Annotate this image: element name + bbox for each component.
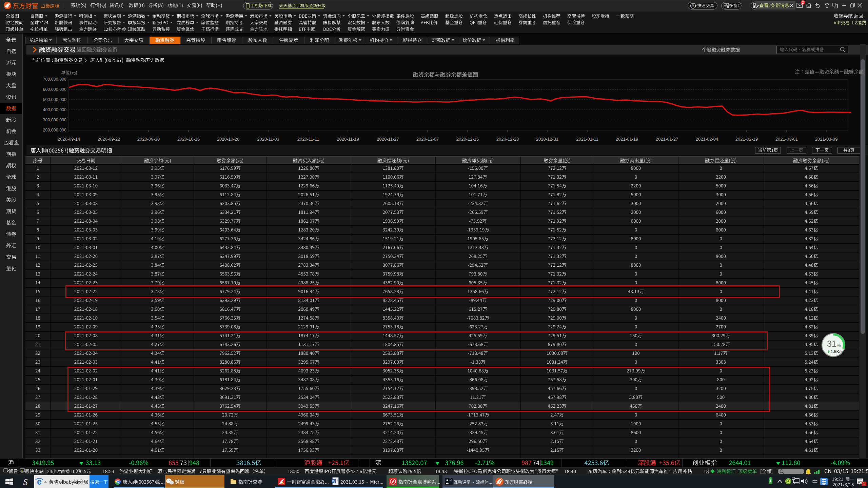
svg-text:1: 1 [863,482,865,486]
svg-text:W: W [332,480,335,483]
svg-text:S: S [23,477,28,487]
svg-text:1.5K/s: 1.5K/s [831,349,843,354]
svg-text:¥: ¥ [692,4,694,8]
svg-text:%: % [837,343,841,348]
svg-text:2: 2 [802,1,804,4]
svg-text:31: 31 [827,339,836,348]
